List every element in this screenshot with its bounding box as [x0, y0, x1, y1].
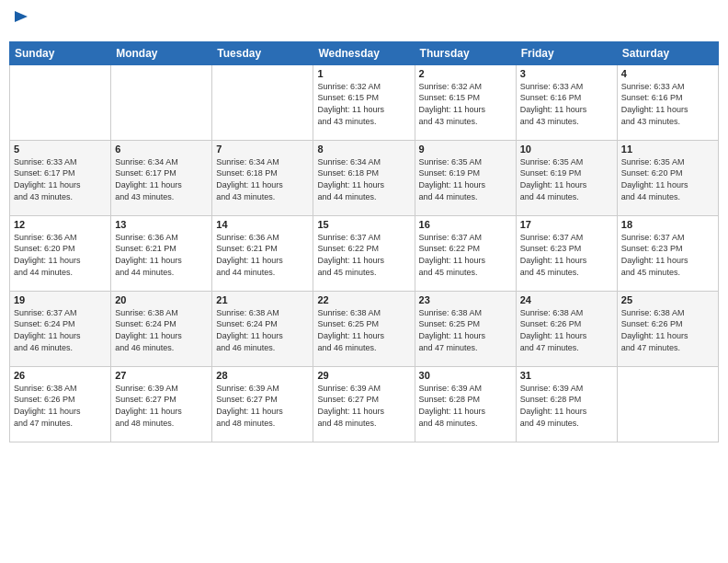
day-number: 26: [14, 370, 107, 381]
day-info: Sunrise: 6:37 AM Sunset: 6:22 PM Dayligh…: [419, 232, 512, 278]
day-number: 19: [14, 294, 107, 305]
day-number: 6: [115, 144, 208, 155]
page: SundayMondayTuesdayWednesdayThursdayFrid…: [0, 0, 728, 563]
calendar-cell: 1Sunrise: 6:32 AM Sunset: 6:15 PM Daylig…: [313, 64, 415, 140]
calendar-cell: [212, 64, 313, 140]
week-row-4: 19Sunrise: 6:37 AM Sunset: 6:24 PM Dayli…: [10, 291, 719, 366]
calendar-cell: [10, 64, 111, 140]
day-number: 18: [621, 219, 714, 230]
day-number: 17: [520, 219, 613, 230]
logo-flag-icon: [11, 9, 31, 29]
weekday-header-monday: Monday: [111, 41, 212, 64]
day-info: Sunrise: 6:34 AM Sunset: 6:18 PM Dayligh…: [317, 156, 410, 202]
day-number: 21: [216, 294, 309, 305]
day-info: Sunrise: 6:35 AM Sunset: 6:19 PM Dayligh…: [419, 156, 512, 202]
day-number: 31: [520, 370, 613, 381]
calendar-cell: 19Sunrise: 6:37 AM Sunset: 6:24 PM Dayli…: [10, 291, 111, 366]
day-info: Sunrise: 6:37 AM Sunset: 6:24 PM Dayligh…: [14, 307, 107, 353]
day-number: 22: [317, 294, 410, 305]
day-number: 16: [419, 219, 512, 230]
day-number: 24: [520, 294, 613, 305]
day-number: 9: [419, 144, 512, 155]
calendar-cell: 20Sunrise: 6:38 AM Sunset: 6:24 PM Dayli…: [111, 291, 212, 366]
day-number: 20: [115, 294, 208, 305]
day-info: Sunrise: 6:34 AM Sunset: 6:18 PM Dayligh…: [216, 156, 309, 202]
day-info: Sunrise: 6:37 AM Sunset: 6:22 PM Dayligh…: [317, 232, 410, 278]
calendar-cell: 14Sunrise: 6:36 AM Sunset: 6:21 PM Dayli…: [212, 215, 313, 291]
day-number: 25: [621, 294, 714, 305]
day-number: 27: [115, 370, 208, 381]
svg-marker-0: [15, 11, 28, 28]
day-info: Sunrise: 6:39 AM Sunset: 6:27 PM Dayligh…: [317, 383, 410, 429]
calendar-cell: 8Sunrise: 6:34 AM Sunset: 6:18 PM Daylig…: [313, 140, 415, 215]
day-number: 4: [621, 68, 714, 79]
calendar-cell: 27Sunrise: 6:39 AM Sunset: 6:27 PM Dayli…: [111, 366, 212, 442]
calendar-cell: 31Sunrise: 6:39 AM Sunset: 6:28 PM Dayli…: [516, 366, 617, 442]
day-info: Sunrise: 6:33 AM Sunset: 6:17 PM Dayligh…: [14, 156, 107, 202]
weekday-header-wednesday: Wednesday: [313, 41, 415, 64]
day-number: 2: [419, 68, 512, 79]
day-info: Sunrise: 6:39 AM Sunset: 6:27 PM Dayligh…: [216, 383, 309, 429]
weekday-header-row: SundayMondayTuesdayWednesdayThursdayFrid…: [10, 41, 719, 64]
day-info: Sunrise: 6:37 AM Sunset: 6:23 PM Dayligh…: [621, 232, 714, 278]
calendar-cell: 17Sunrise: 6:37 AM Sunset: 6:23 PM Dayli…: [516, 215, 617, 291]
calendar-cell: 7Sunrise: 6:34 AM Sunset: 6:18 PM Daylig…: [212, 140, 313, 215]
week-row-3: 12Sunrise: 6:36 AM Sunset: 6:20 PM Dayli…: [10, 215, 719, 291]
day-number: 30: [419, 370, 512, 381]
calendar-cell: [111, 64, 212, 140]
day-number: 15: [317, 219, 410, 230]
calendar-cell: 11Sunrise: 6:35 AM Sunset: 6:20 PM Dayli…: [617, 140, 718, 215]
weekday-header-tuesday: Tuesday: [212, 41, 313, 64]
calendar-cell: 26Sunrise: 6:38 AM Sunset: 6:26 PM Dayli…: [10, 366, 111, 442]
day-info: Sunrise: 6:36 AM Sunset: 6:21 PM Dayligh…: [216, 232, 309, 278]
day-info: Sunrise: 6:38 AM Sunset: 6:24 PM Dayligh…: [216, 307, 309, 353]
day-number: 28: [216, 370, 309, 381]
calendar-cell: 21Sunrise: 6:38 AM Sunset: 6:24 PM Dayli…: [212, 291, 313, 366]
day-info: Sunrise: 6:32 AM Sunset: 6:15 PM Dayligh…: [317, 81, 410, 127]
calendar-cell: 28Sunrise: 6:39 AM Sunset: 6:27 PM Dayli…: [212, 366, 313, 442]
day-info: Sunrise: 6:35 AM Sunset: 6:19 PM Dayligh…: [520, 156, 613, 202]
day-info: Sunrise: 6:38 AM Sunset: 6:24 PM Dayligh…: [115, 307, 208, 353]
day-info: Sunrise: 6:38 AM Sunset: 6:25 PM Dayligh…: [317, 307, 410, 353]
weekday-header-thursday: Thursday: [415, 41, 516, 64]
calendar-cell: 9Sunrise: 6:35 AM Sunset: 6:19 PM Daylig…: [415, 140, 516, 215]
day-number: 7: [216, 144, 309, 155]
day-info: Sunrise: 6:36 AM Sunset: 6:20 PM Dayligh…: [14, 232, 107, 278]
day-number: 5: [14, 144, 107, 155]
calendar-cell: 30Sunrise: 6:39 AM Sunset: 6:28 PM Dayli…: [415, 366, 516, 442]
calendar-cell: 25Sunrise: 6:38 AM Sunset: 6:26 PM Dayli…: [617, 291, 718, 366]
day-info: Sunrise: 6:38 AM Sunset: 6:25 PM Dayligh…: [419, 307, 512, 353]
day-info: Sunrise: 6:38 AM Sunset: 6:26 PM Dayligh…: [621, 307, 714, 353]
week-row-2: 5Sunrise: 6:33 AM Sunset: 6:17 PM Daylig…: [10, 140, 719, 215]
day-info: Sunrise: 6:38 AM Sunset: 6:26 PM Dayligh…: [14, 383, 107, 429]
week-row-5: 26Sunrise: 6:38 AM Sunset: 6:26 PM Dayli…: [10, 366, 719, 442]
calendar-cell: 3Sunrise: 6:33 AM Sunset: 6:16 PM Daylig…: [516, 64, 617, 140]
day-number: 14: [216, 219, 309, 230]
weekday-header-saturday: Saturday: [617, 41, 718, 64]
day-number: 11: [621, 144, 714, 155]
day-info: Sunrise: 6:39 AM Sunset: 6:28 PM Dayligh…: [520, 383, 613, 429]
calendar-table: SundayMondayTuesdayWednesdayThursdayFrid…: [9, 41, 719, 442]
day-info: Sunrise: 6:37 AM Sunset: 6:23 PM Dayligh…: [520, 232, 613, 278]
day-info: Sunrise: 6:39 AM Sunset: 6:28 PM Dayligh…: [419, 383, 512, 429]
header: [9, 9, 719, 34]
calendar-cell: 15Sunrise: 6:37 AM Sunset: 6:22 PM Dayli…: [313, 215, 415, 291]
day-number: 29: [317, 370, 410, 381]
day-info: Sunrise: 6:33 AM Sunset: 6:16 PM Dayligh…: [520, 81, 613, 127]
day-info: Sunrise: 6:34 AM Sunset: 6:17 PM Dayligh…: [115, 156, 208, 202]
day-info: Sunrise: 6:35 AM Sunset: 6:20 PM Dayligh…: [621, 156, 714, 202]
day-info: Sunrise: 6:33 AM Sunset: 6:16 PM Dayligh…: [621, 81, 714, 127]
calendar-cell: 29Sunrise: 6:39 AM Sunset: 6:27 PM Dayli…: [313, 366, 415, 442]
calendar-cell: 12Sunrise: 6:36 AM Sunset: 6:20 PM Dayli…: [10, 215, 111, 291]
calendar-cell: 4Sunrise: 6:33 AM Sunset: 6:16 PM Daylig…: [617, 64, 718, 140]
week-row-1: 1Sunrise: 6:32 AM Sunset: 6:15 PM Daylig…: [10, 64, 719, 140]
day-info: Sunrise: 6:39 AM Sunset: 6:27 PM Dayligh…: [115, 383, 208, 429]
logo: [9, 9, 31, 34]
day-number: 12: [14, 219, 107, 230]
day-number: 3: [520, 68, 613, 79]
calendar-cell: [617, 366, 718, 442]
calendar-cell: 22Sunrise: 6:38 AM Sunset: 6:25 PM Dayli…: [313, 291, 415, 366]
calendar-cell: 24Sunrise: 6:38 AM Sunset: 6:26 PM Dayli…: [516, 291, 617, 366]
day-number: 23: [419, 294, 512, 305]
calendar-cell: 10Sunrise: 6:35 AM Sunset: 6:19 PM Dayli…: [516, 140, 617, 215]
